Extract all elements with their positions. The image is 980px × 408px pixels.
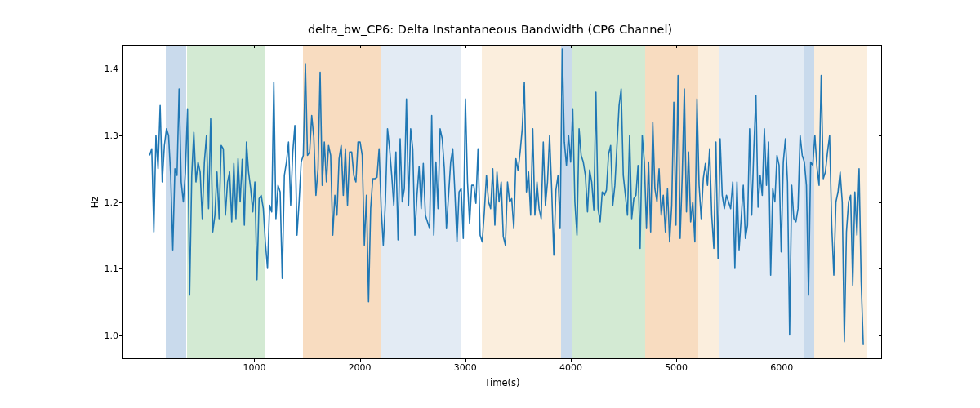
chart-title: delta_bw_CP6: Delta Instantaneous Bandwi…: [0, 23, 980, 36]
y-tick-mark: [119, 69, 122, 69]
x-axis-label: Time(s): [122, 377, 882, 388]
series-line: [149, 49, 863, 345]
y-tick-mark: [119, 335, 122, 336]
y-tick-label: 1.4: [105, 63, 119, 73]
x-tick-mark: [466, 45, 466, 48]
y-tick-mark: [879, 335, 882, 336]
y-tick-label: 1.0: [105, 330, 119, 341]
y-tick-mark: [119, 202, 122, 203]
line-series: [123, 46, 881, 358]
y-tick-label: 1.2: [105, 197, 119, 207]
y-tick-mark: [879, 202, 882, 203]
x-tick-label: 5000: [665, 362, 688, 373]
y-tick-mark: [879, 135, 882, 136]
y-tick-label: 1.3: [105, 130, 119, 140]
plot-area: [122, 45, 882, 359]
x-tick-label: 3000: [454, 362, 477, 373]
x-tick-label: 1000: [243, 362, 265, 373]
x-tick-label: 6000: [770, 362, 793, 373]
x-tick-label: 4000: [559, 362, 582, 373]
y-tick-mark: [119, 135, 122, 136]
x-tick-mark: [360, 45, 361, 48]
y-tick-mark: [879, 69, 882, 69]
x-tick-label: 2000: [349, 362, 372, 373]
y-axis-label: Hz: [88, 45, 101, 359]
x-tick-mark: [254, 45, 255, 48]
y-tick-mark: [119, 268, 122, 269]
x-tick-mark: [676, 45, 677, 48]
x-tick-mark: [782, 45, 782, 48]
y-tick-mark: [879, 268, 882, 269]
y-tick-label: 1.1: [105, 264, 119, 274]
x-tick-mark: [571, 45, 572, 48]
chart-figure: delta_bw_CP6: Delta Instantaneous Bandwi…: [0, 0, 980, 408]
